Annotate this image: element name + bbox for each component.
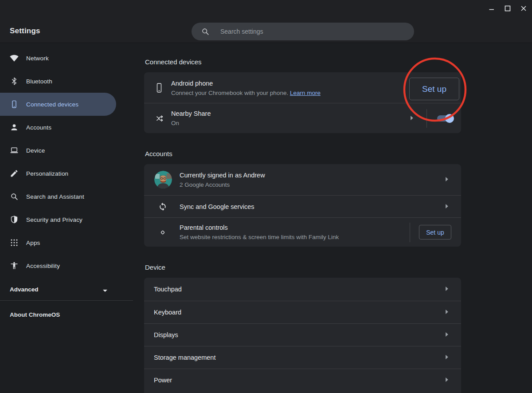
sidebar-item-advanced[interactable]: Advanced [0,279,133,301]
chevron-right-icon [445,331,449,339]
wifi-icon [10,54,19,63]
sync-title: Sync and Google services [180,203,445,211]
chevron-right-icon [445,203,449,211]
parental-controls-row: Parental controls Set website restrictio… [144,217,461,247]
keyboard-row[interactable]: Keyboard [144,301,461,323]
sidebar-item-label: Security and Privacy [26,216,82,223]
sidebar-item-personalization[interactable]: Personalization [0,162,133,185]
accounts-card: Currently signed in as Andrew 2 Google A… [144,164,461,247]
vertical-divider [426,109,427,128]
parental-controls-set-up-button[interactable]: Set up [419,225,451,240]
top-bar: Settings [0,0,532,43]
advanced-label: Advanced [10,286,39,293]
minimize-button[interactable] [485,3,498,14]
minimize-icon [488,5,495,12]
apps-grid-icon [10,238,19,247]
chevron-right-icon [445,308,449,316]
settings-sidebar: Network Bluetooth Connected devices Acco… [0,43,133,393]
sidebar-item-label: Network [26,55,49,62]
settings-search-bar[interactable] [192,23,414,40]
smartphone-icon [10,100,19,109]
storage-management-label: Storage management [154,354,445,362]
signed-in-subtitle: 2 Google Accounts [180,181,445,189]
learn-more-link[interactable]: Learn more [290,90,321,96]
device-card: Touchpad Keyboard Displays Storage manag… [144,278,461,393]
settings-content: Connected devices Android phone Connect … [144,43,461,393]
sidebar-item-label: Personalization [26,170,68,177]
chevron-right-icon [445,176,449,184]
keyboard-label: Keyboard [154,308,445,316]
signed-in-title: Currently signed in as Andrew [180,171,445,179]
family-link-icon [144,228,180,237]
parental-controls-subtitle: Set website restrictions & screen time l… [180,233,410,241]
sidebar-item-device[interactable]: Device [0,139,133,162]
power-label: Power [154,376,445,384]
sidebar-item-apps[interactable]: Apps [0,231,133,254]
nearby-share-toggle[interactable] [437,115,453,122]
sidebar-item-label: Accessibility [26,263,60,269]
touchpad-row[interactable]: Touchpad [144,278,461,301]
sync-icon [144,202,180,211]
power-row[interactable]: Power [144,369,461,391]
bluetooth-icon [10,77,19,86]
maximize-button[interactable] [501,3,514,14]
touchpad-label: Touchpad [154,285,445,293]
android-phone-description-text: Connect your Chromebook with your phone. [171,90,290,96]
android-phone-set-up-button[interactable]: Set up [409,78,459,100]
sidebar-item-accessibility[interactable]: Accessibility [0,254,133,277]
vertical-divider [410,223,410,242]
chevron-right-icon [445,354,449,362]
parental-controls-title: Parental controls [180,224,410,232]
sidebar-item-security-privacy[interactable]: Security and Privacy [0,208,133,231]
smartphone-icon [144,82,171,94]
sidebar-item-label: Connected devices [26,101,78,108]
toggle-knob [445,114,454,123]
search-input[interactable] [220,23,414,40]
app-title: Settings [10,27,40,35]
storage-management-row[interactable]: Storage management [144,346,461,369]
sidebar-item-search-assistant[interactable]: Search and Assistant [0,185,133,208]
laptop-icon [10,146,19,155]
maximize-icon [504,5,511,12]
search-icon [201,27,210,36]
connected-devices-card: Android phone Connect your Chromebook wi… [144,72,461,133]
nearby-share-status: On [171,119,410,127]
android-phone-row: Android phone Connect your Chromebook wi… [144,72,461,103]
person-icon [10,123,19,132]
sidebar-item-connected-devices[interactable]: Connected devices [0,93,116,116]
accessibility-icon [10,261,19,270]
signed-in-row[interactable]: Currently signed in as Andrew 2 Google A… [144,164,461,195]
chevron-down-icon [103,286,107,294]
nearby-share-icon [144,114,171,123]
search-icon [10,192,19,201]
sidebar-item-label: Search and Assistant [26,193,84,200]
section-title-device: Device [145,263,461,271]
sidebar-item-network[interactable]: Network [0,47,133,70]
sidebar-item-bluetooth[interactable]: Bluetooth [0,70,133,93]
sidebar-item-label: Bluetooth [26,78,52,85]
about-label: About ChromeOS [10,311,60,318]
avatar-column [144,171,180,189]
nearby-share-row[interactable]: Nearby Share On [144,103,461,133]
close-icon [520,5,527,12]
chevron-right-icon [410,114,414,122]
sidebar-item-label: Apps [26,240,40,246]
nearby-share-title: Nearby Share [171,110,410,118]
shield-icon [10,215,19,224]
sidebar-item-accounts[interactable]: Accounts [0,116,133,139]
brush-icon [10,169,19,178]
window-controls [485,3,530,14]
displays-row[interactable]: Displays [144,323,461,346]
sidebar-item-label: Accounts [26,124,51,131]
sidebar-item-label: Device [26,147,45,154]
close-button[interactable] [517,3,530,14]
chevron-right-icon [445,285,449,293]
section-title-accounts: Accounts [145,150,461,158]
avatar [154,171,172,189]
sidebar-item-about-chromeos[interactable]: About ChromeOS [0,304,133,325]
sync-google-services-row[interactable]: Sync and Google services [144,195,461,217]
section-title-connected-devices: Connected devices [145,58,461,66]
displays-label: Displays [154,331,445,339]
chevron-right-icon [445,376,449,384]
